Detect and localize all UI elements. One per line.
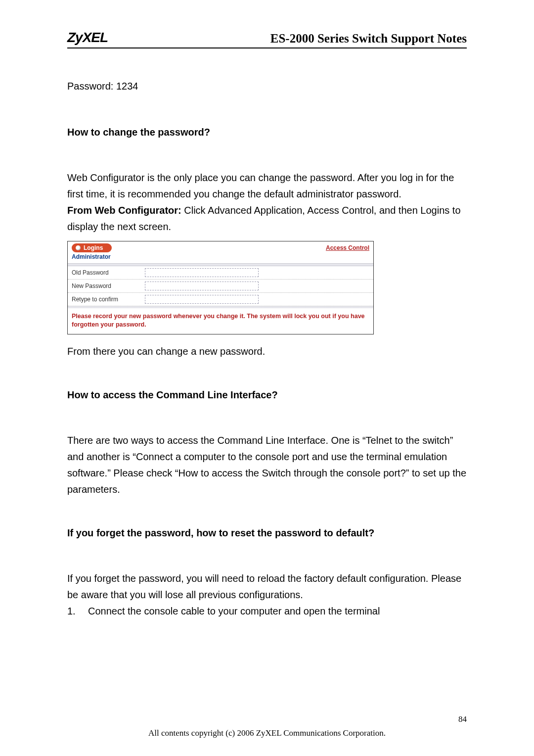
panel-warning: Please record your new password whenever…	[68, 306, 373, 334]
new-password-input[interactable]	[145, 282, 259, 290]
tab-dot-icon	[76, 245, 81, 250]
list-text: Connect the console cable to your comput…	[88, 603, 380, 619]
copyright: All contents copyright (c) 2006 ZyXEL Co…	[0, 728, 534, 738]
paragraph: If you forget the password, you will nee…	[67, 570, 467, 603]
new-password-label: New Password	[72, 283, 141, 289]
section-heading-cli: How to access the Command Line Interface…	[67, 387, 467, 403]
tab-label: Logins	[84, 244, 103, 251]
page-number: 84	[458, 714, 467, 724]
paragraph: From Web Configurator: Click Advanced Ap…	[67, 202, 467, 235]
logins-panel: Logins Access Control Administrator Old …	[67, 241, 374, 334]
section-heading-reset: If you forget the password, how to reset…	[67, 525, 467, 541]
section-heading-change-password: How to change the password?	[67, 124, 467, 140]
new-password-row: New Password	[68, 280, 373, 293]
old-password-row: Old Password	[68, 266, 373, 280]
password-line: Password: 1234	[67, 78, 467, 94]
retype-password-row: Retype to confirm	[68, 293, 373, 306]
logins-tab[interactable]: Logins	[72, 243, 112, 252]
panel-header-row: Logins Access Control	[68, 241, 373, 252]
logo: ZyXEL	[67, 30, 108, 46]
tab-left: Logins	[72, 243, 112, 252]
retype-password-label: Retype to confirm	[72, 296, 141, 303]
page-header: ZyXEL ES-2000 Series Switch Support Note…	[67, 30, 467, 48]
document-title: ES-2000 Series Switch Support Notes	[270, 32, 467, 46]
page-container: ZyXEL ES-2000 Series Switch Support Note…	[0, 0, 534, 756]
paragraph: Web Configurator is the only place you c…	[67, 170, 467, 202]
list-item: 1. Connect the console cable to your com…	[67, 603, 467, 619]
list-number: 1.	[67, 603, 79, 619]
old-password-input[interactable]	[145, 268, 259, 277]
old-password-label: Old Password	[72, 269, 141, 276]
administrator-label: Administrator	[68, 252, 373, 263]
from-label: From Web Configurator:	[67, 205, 181, 216]
paragraph: From there you can change a new password…	[67, 343, 467, 360]
retype-password-input[interactable]	[145, 295, 259, 304]
access-control-link[interactable]: Access Control	[326, 244, 369, 251]
paragraph: There are two ways to access the Command…	[67, 432, 467, 498]
